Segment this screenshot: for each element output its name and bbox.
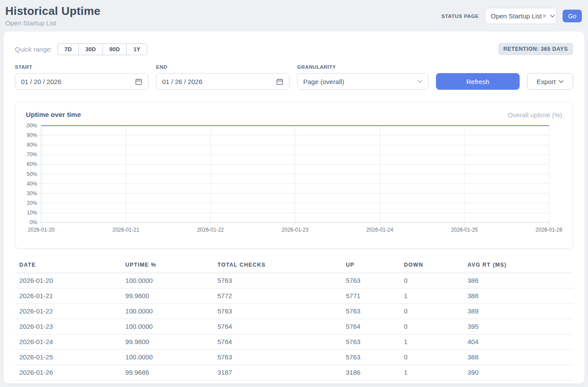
table-cell: 5763 bbox=[213, 350, 341, 365]
start-date-value: 01 / 20 / 2026 bbox=[21, 78, 61, 85]
export-button[interactable]: Export bbox=[527, 73, 573, 90]
table-cell: 389 bbox=[463, 304, 573, 319]
status-page-label: STATUS PAGE bbox=[441, 14, 479, 19]
table-row: 2026-01-23100.0000576457640395 bbox=[15, 319, 573, 334]
svg-text:100%: 100% bbox=[26, 123, 37, 129]
page-subtitle: Open Startup List bbox=[5, 19, 100, 27]
clear-icon[interactable]: × bbox=[542, 13, 546, 20]
table-cell: 1 bbox=[400, 365, 463, 380]
table-row: 2026-01-2199.9800577257711388 bbox=[15, 288, 573, 304]
table-header-row: DATEUPTIME %TOTAL CHECKSUPDOWNAVG RT (MS… bbox=[15, 259, 573, 273]
table-cell: 2026-01-24 bbox=[15, 334, 121, 350]
table-cell: 100.0000 bbox=[121, 304, 213, 319]
end-label: END bbox=[156, 64, 290, 70]
svg-text:2026-01-24: 2026-01-24 bbox=[366, 227, 393, 233]
table-cell: 2026-01-22 bbox=[15, 304, 121, 319]
column-header-avg-rt-ms-: AVG RT (MS) bbox=[463, 259, 573, 273]
quick-range-group: 7D30D90D1Y bbox=[57, 43, 147, 55]
table-cell: 5763 bbox=[213, 304, 341, 319]
start-label: START bbox=[15, 64, 149, 70]
quick-range-1y-button[interactable]: 1Y bbox=[126, 43, 147, 55]
quick-range-90d-button[interactable]: 90D bbox=[103, 43, 127, 55]
svg-text:90%: 90% bbox=[27, 132, 37, 138]
uptime-table: DATEUPTIME %TOTAL CHECKSUPDOWNAVG RT (MS… bbox=[15, 259, 573, 380]
table-cell: 2026-01-25 bbox=[15, 350, 121, 365]
table-cell: 100.0000 bbox=[121, 350, 213, 365]
end-date-value: 01 / 26 / 2026 bbox=[162, 78, 202, 85]
refresh-button[interactable]: Refresh bbox=[436, 73, 520, 90]
table-row: 2026-01-20100.0000576357630386 bbox=[15, 273, 573, 288]
end-date-input[interactable]: 01 / 26 / 2026 bbox=[156, 73, 290, 90]
svg-text:2026-01-26: 2026-01-26 bbox=[535, 227, 563, 233]
chevron-down-icon bbox=[559, 80, 563, 83]
table-cell: 0 bbox=[400, 273, 463, 288]
table-cell: 5763 bbox=[341, 350, 399, 365]
uptime-chart-card: Uptime over time Overall uptime (%) 0%10… bbox=[15, 102, 573, 249]
table-cell: 2026-01-26 bbox=[15, 365, 121, 380]
table-cell: 5772 bbox=[213, 288, 341, 304]
status-page-select[interactable]: Open Startup List × bbox=[485, 8, 556, 24]
start-date-input[interactable]: 01 / 20 / 2026 bbox=[15, 73, 149, 90]
main-panel: Quick range: 7D30D90D1Y RETENTION: 365 D… bbox=[4, 32, 584, 383]
quick-range-7d-button[interactable]: 7D bbox=[57, 43, 78, 55]
chart-title: Uptime over time bbox=[26, 111, 81, 119]
svg-text:50%: 50% bbox=[27, 171, 37, 177]
quick-range-row: Quick range: 7D30D90D1Y RETENTION: 365 D… bbox=[15, 43, 573, 55]
column-header-up: UP bbox=[341, 259, 399, 273]
table-cell: 2026-01-23 bbox=[15, 319, 121, 334]
table-cell: 5763 bbox=[341, 273, 399, 288]
quick-range-30d-button[interactable]: 30D bbox=[78, 43, 103, 55]
svg-text:2026-01-25: 2026-01-25 bbox=[451, 227, 478, 233]
table-cell: 395 bbox=[463, 319, 573, 334]
go-button[interactable]: Go bbox=[563, 10, 582, 22]
table-cell: 3186 bbox=[341, 365, 399, 380]
table-row: 2026-01-22100.0000576357630389 bbox=[15, 304, 573, 319]
svg-text:20%: 20% bbox=[27, 200, 37, 206]
table-cell: 3187 bbox=[213, 365, 341, 380]
svg-text:2026-01-22: 2026-01-22 bbox=[197, 227, 224, 233]
uptime-line-chart: 0%10%20%30%40%50%60%70%80%90%100%2026-01… bbox=[26, 120, 562, 233]
table-cell: 0 bbox=[400, 350, 463, 365]
table-cell: 5763 bbox=[213, 273, 341, 288]
granularity-value: Page (overall) bbox=[303, 78, 344, 85]
retention-badge: RETENTION: 365 DAYS bbox=[498, 43, 573, 55]
svg-text:2026-01-21: 2026-01-21 bbox=[112, 227, 139, 233]
table-cell: 5771 bbox=[341, 288, 399, 304]
table-cell: 5764 bbox=[213, 319, 341, 334]
quick-range-label: Quick range: bbox=[15, 46, 52, 53]
svg-text:2026-01-20: 2026-01-20 bbox=[28, 227, 55, 233]
table-cell: 99.9686 bbox=[121, 365, 213, 380]
chart-legend: Overall uptime (%) bbox=[508, 111, 562, 119]
table-cell: 2026-01-20 bbox=[15, 273, 121, 288]
svg-text:0%: 0% bbox=[30, 219, 38, 225]
column-header-total-checks: TOTAL CHECKS bbox=[213, 259, 341, 273]
svg-text:80%: 80% bbox=[27, 142, 37, 148]
granularity-select[interactable]: Page (overall) bbox=[297, 73, 429, 90]
title-block: Historical Uptime Open Startup List bbox=[5, 4, 100, 27]
table-cell: 100.0000 bbox=[121, 273, 213, 288]
column-header-date: DATE bbox=[15, 259, 121, 273]
table-cell: 1 bbox=[400, 288, 463, 304]
table-cell: 0 bbox=[400, 319, 463, 334]
calendar-icon[interactable] bbox=[135, 78, 142, 85]
calendar-icon[interactable] bbox=[276, 78, 283, 85]
table-cell: 99.9800 bbox=[121, 288, 213, 304]
table-row: 2026-01-2499.9800576457631404 bbox=[15, 334, 573, 350]
filter-fields-row: START 01 / 20 / 2026 END 01 / 26 / 2026 … bbox=[15, 64, 573, 90]
table-cell: 100.0000 bbox=[121, 319, 213, 334]
table-cell: 404 bbox=[463, 334, 573, 350]
table-cell: 386 bbox=[463, 273, 573, 288]
table-cell: 1 bbox=[400, 334, 463, 350]
table-cell: 388 bbox=[463, 288, 573, 304]
svg-text:40%: 40% bbox=[27, 181, 37, 187]
table-cell: 5763 bbox=[341, 304, 399, 319]
end-date-field: END 01 / 26 / 2026 bbox=[156, 64, 290, 90]
svg-text:60%: 60% bbox=[27, 161, 37, 167]
page-title: Historical Uptime bbox=[5, 4, 100, 18]
granularity-label: GRANULARITY bbox=[297, 64, 429, 70]
chevron-down-icon bbox=[546, 14, 555, 18]
granularity-field: GRANULARITY Page (overall) bbox=[297, 64, 429, 90]
chevron-down-icon bbox=[414, 80, 422, 83]
table-cell: 99.9800 bbox=[121, 334, 213, 350]
chart-header: Uptime over time Overall uptime (%) bbox=[26, 111, 562, 119]
